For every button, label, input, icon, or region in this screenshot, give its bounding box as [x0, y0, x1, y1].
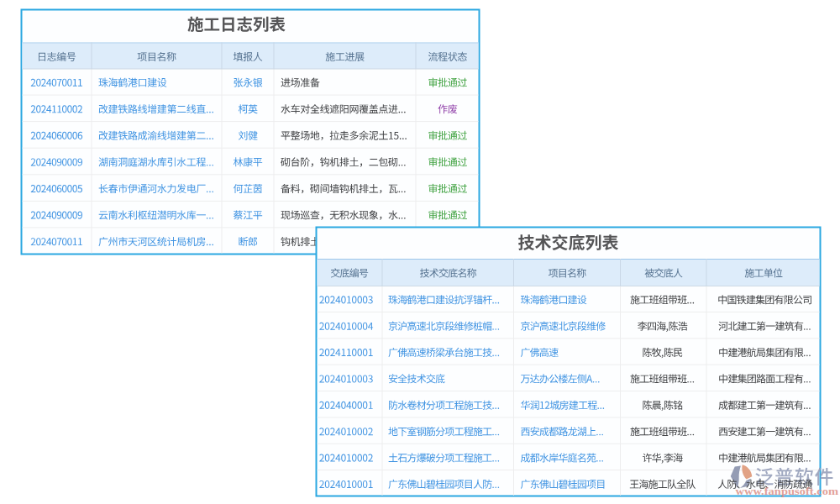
svg-text:www.fanpusoft.com: www.fanpusoft.com [736, 485, 839, 497]
